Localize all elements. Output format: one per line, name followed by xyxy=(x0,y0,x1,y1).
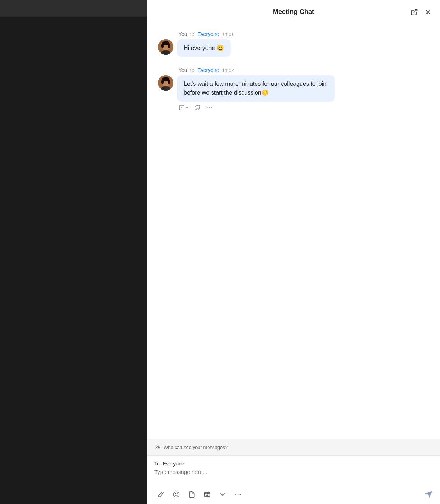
svg-point-17 xyxy=(168,79,170,84)
message-recipient: Everyone xyxy=(197,67,219,73)
message-text: Let's wait a few more minutes for our co… xyxy=(184,81,326,96)
popout-icon xyxy=(411,8,418,16)
expand-button[interactable] xyxy=(216,489,229,500)
svg-point-16 xyxy=(161,79,164,84)
privacy-text: Who can see your messages? xyxy=(164,445,228,450)
svg-point-26 xyxy=(207,107,208,108)
message-row: Hi everyone 😀 xyxy=(158,39,429,57)
send-icon xyxy=(425,490,433,498)
reply-plus: + xyxy=(186,105,188,110)
message-meta: You to Everyone 14:02 xyxy=(158,67,429,73)
chat-panel: Meeting Chat You to xyxy=(147,0,440,504)
send-button[interactable] xyxy=(425,490,433,498)
screenshot-icon xyxy=(203,491,211,498)
message-row: Let's wait a few more minutes for our co… xyxy=(158,75,429,102)
to-line: To: Everyone xyxy=(154,461,433,467)
emoji-button[interactable] xyxy=(170,489,183,500)
more-icon xyxy=(206,105,213,111)
svg-line-0 xyxy=(414,9,417,12)
svg-point-21 xyxy=(195,105,200,110)
svg-point-34 xyxy=(175,493,176,494)
svg-point-29 xyxy=(157,445,158,446)
header-actions xyxy=(410,8,433,17)
message-item: You to Everyone 14:02 xyxy=(158,67,429,111)
dots-icon xyxy=(234,491,242,498)
avatar xyxy=(158,75,173,91)
video-panel xyxy=(0,0,147,504)
svg-point-33 xyxy=(174,492,179,497)
message-time: 14:01 xyxy=(222,32,234,37)
message-item: You to Everyone 14:01 xyxy=(158,31,429,57)
screenshot-button[interactable] xyxy=(201,489,214,500)
emoji-icon xyxy=(173,491,180,498)
svg-point-8 xyxy=(161,43,164,48)
reaction-row: + xyxy=(158,105,429,111)
popout-button[interactable] xyxy=(410,8,419,17)
svg-point-28 xyxy=(211,107,212,108)
svg-point-20 xyxy=(182,107,182,107)
message-time: 14:02 xyxy=(222,67,234,73)
svg-point-41 xyxy=(238,494,239,495)
format-button[interactable] xyxy=(154,489,168,500)
more-options-button[interactable] xyxy=(206,105,213,111)
emoji-add-icon xyxy=(194,105,201,111)
privacy-bar[interactable]: Who can see your messages? xyxy=(147,439,440,455)
svg-point-42 xyxy=(240,494,241,495)
reply-button[interactable]: + xyxy=(179,105,188,111)
svg-point-40 xyxy=(235,494,236,495)
svg-rect-30 xyxy=(158,447,160,448)
avatar xyxy=(158,39,173,55)
emoji-react-button[interactable] xyxy=(194,105,201,111)
svg-rect-10 xyxy=(163,50,168,51)
input-area: To: Everyone xyxy=(147,455,440,504)
svg-point-9 xyxy=(168,43,170,48)
svg-line-32 xyxy=(163,492,164,492)
reply-icon xyxy=(179,105,185,111)
message-meta: You to Everyone 14:01 xyxy=(158,31,429,37)
message-to: to xyxy=(190,67,195,73)
message-text: Hi everyone 😀 xyxy=(184,45,224,51)
more-toolbar-button[interactable] xyxy=(231,489,245,500)
svg-point-35 xyxy=(177,493,177,494)
close-icon xyxy=(425,8,432,16)
chevron-down-icon xyxy=(219,491,226,498)
messages-area: You to Everyone 14:01 xyxy=(147,24,440,439)
format-icon xyxy=(157,491,165,498)
chat-header: Meeting Chat xyxy=(147,0,440,24)
lock-person-icon xyxy=(154,443,161,450)
svg-point-27 xyxy=(209,107,210,108)
message-bubble: Hi everyone 😀 xyxy=(177,39,231,57)
svg-point-31 xyxy=(159,446,160,447)
svg-rect-18 xyxy=(163,86,168,87)
message-recipient: Everyone xyxy=(197,31,219,37)
input-toolbar xyxy=(154,485,433,500)
message-sender: You xyxy=(179,31,187,37)
chat-title: Meeting Chat xyxy=(273,8,314,16)
privacy-icon xyxy=(154,443,161,451)
message-to: to xyxy=(190,31,195,37)
avatar-svg xyxy=(158,75,173,91)
file-icon xyxy=(188,491,195,498)
top-bar xyxy=(0,0,147,17)
avatar-svg xyxy=(158,39,173,55)
message-bubble: Let's wait a few more minutes for our co… xyxy=(177,75,335,102)
attach-file-button[interactable] xyxy=(185,489,198,500)
message-sender: You xyxy=(179,67,187,73)
close-button[interactable] xyxy=(424,8,433,17)
message-input[interactable] xyxy=(154,469,433,483)
